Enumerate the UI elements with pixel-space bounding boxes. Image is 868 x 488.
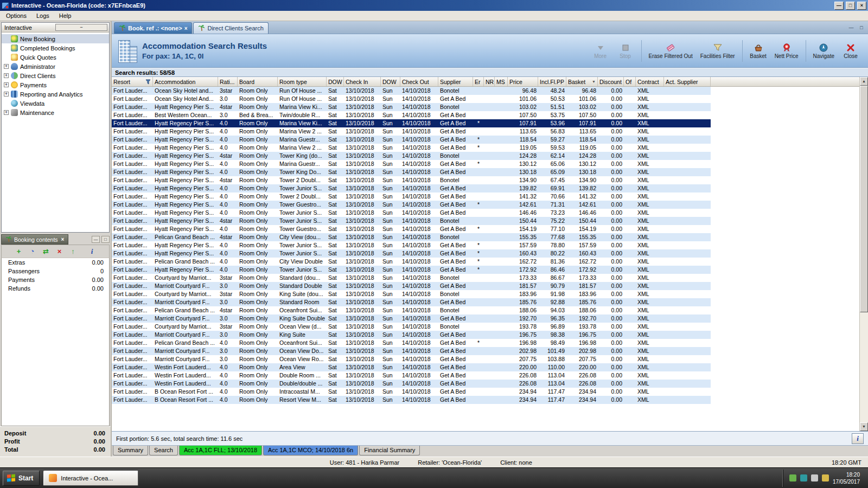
scroll-up-icon[interactable]: ▲ [860,77,868,86]
panel-collapse-icon[interactable]: − [55,24,107,31]
basket-button[interactable]: Basket [746,42,770,60]
doc-tab-book-ref-none[interactable]: Book. ref .: <none>× [114,22,192,34]
result-row[interactable]: Fort Lauder...Marriott Courtyard F...3.0… [112,331,711,339]
sidebar-item-payments[interactable]: +Payments [2,80,109,89]
panel-restore-icon[interactable]: □ [101,236,110,243]
scroll-down-icon[interactable]: ▼ [860,422,868,431]
result-row[interactable]: Fort Lauder...Hyatt Regency Pier S...4.0… [112,168,711,176]
history-icon[interactable]: ◔ [28,247,37,256]
column-header-18-contract[interactable]: Contract [636,77,664,86]
sidebar-item-maintenance[interactable]: +Maintenance [2,108,109,117]
column-header-17-of[interactable]: Of [624,77,636,86]
tray-display-icon[interactable] [811,474,818,481]
result-row[interactable]: Fort Lauder...Ocean Sky Hotel And...3.0R… [112,95,711,103]
column-header-3-board[interactable]: Board [238,77,278,86]
result-row[interactable]: Fort Lauder...Westin Fort Lauderd...4.0R… [112,363,711,371]
booking-list-item[interactable]: Refunds0.00 [2,284,109,293]
column-header-6-check-in[interactable]: Check In [344,77,381,86]
column-header-1-accommodation[interactable]: Accommodation [153,77,218,86]
result-row[interactable]: Fort Lauder...Hyatt Regency Pier S...4.0… [112,184,711,192]
result-row[interactable]: Fort Lauder...Hyatt Regency Pier S...4.0… [112,160,711,168]
close-button[interactable]: Close [839,42,863,60]
scrollbar-thumb[interactable] [860,86,868,312]
tray-audio-icon[interactable] [822,474,829,481]
maximize-button[interactable]: □ [846,2,855,10]
column-header-2-rati[interactable]: Rati... [218,77,238,86]
minimize-button[interactable]: — [834,2,844,10]
column-header-5-dow[interactable]: DOW [327,77,344,86]
expand-plus-icon[interactable]: + [4,64,9,69]
column-header-14-incl-fl-pp[interactable]: Incl.Fl.PP [538,77,566,86]
panel-minimize-icon[interactable]: — [92,236,100,243]
mdi-minimize-icon[interactable]: — [847,24,856,31]
column-header-13-price[interactable]: Price [508,77,538,86]
result-row[interactable]: Fort Lauder...Pelican Grand Beach ...4st… [112,306,711,314]
result-row[interactable]: Fort Lauder...Hyatt Regency Pier S...4.0… [112,201,711,209]
result-row[interactable]: Fort Lauder...B Ocean Resort Fort ...4.0… [112,388,711,396]
result-row[interactable]: Fort Lauder...Courtyard by Marriot...3st… [112,323,711,331]
expand-plus-icon[interactable]: + [4,73,9,78]
column-header-9-supplier[interactable]: Supplier [438,77,473,86]
transfer-icon[interactable]: ⇄ [42,247,50,256]
column-header-12-ms[interactable]: MS [495,77,508,86]
facilities-filter-button[interactable]: Facilities Filter [697,42,738,60]
close-button[interactable]: × [857,2,866,10]
result-row[interactable]: Fort Lauder...Hyatt Regency Pier S...4.0… [112,209,711,217]
result-row[interactable]: Fort Lauder...Marriott Courtyard F...3.0… [112,347,711,355]
sidebar-item-viewdata[interactable]: Viewdata [2,99,109,108]
result-row[interactable]: Fort Lauder...Hyatt Regency Pier S...4.0… [112,241,711,249]
result-row[interactable]: Fort Lauder...Hyatt Regency Pier S...4.0… [112,266,711,274]
sidebar-item-direct-clients[interactable]: +Direct Clients [2,71,109,80]
result-row[interactable]: Fort Lauder...Hyatt Regency Pier S...4st… [112,103,711,111]
result-row[interactable]: Fort Lauder...Hyatt Regency Pier S...4.0… [112,144,711,152]
info-button[interactable]: i [852,433,864,444]
result-row[interactable]: Fort Lauder...Hyatt Regency Pier S...4.0… [112,192,711,201]
booking-list-item[interactable]: Extras0.00 [2,258,109,267]
result-row[interactable]: Fort Lauder...Courtyard by Marriot...3st… [112,274,711,282]
result-row[interactable]: Fort Lauder...Marriott Courtyard F...3.0… [112,298,711,306]
column-header-7-dow[interactable]: DOW [381,77,400,86]
bottom-tab-financial-summary[interactable]: Financial Summary [359,446,420,455]
result-row[interactable]: Fort Lauder...Marriott Courtyard F...3.0… [112,314,711,323]
bottom-tab-summary[interactable]: Summary [113,446,148,455]
result-row[interactable]: Fort Lauder...Westin Fort Lauderd...4.0R… [112,380,711,388]
column-header-19-act-supplier[interactable]: Act. Supplier [664,77,711,86]
result-row[interactable]: Fort Lauder...B Ocean Resort Fort ...4.0… [112,396,711,404]
bottom-tab-acc-1a-1c-mco-14-10-2018-6n[interactable]: Acc 1A,1C MCO; 14/10/2018 6n [263,446,358,455]
column-header-16-discount[interactable]: Discount [598,77,624,86]
column-header-0-resort[interactable]: Resort [112,77,153,86]
add-item-icon[interactable]: + [15,247,23,256]
column-header-10-er[interactable]: Er [473,77,484,86]
close-tab-icon[interactable]: × [184,25,188,31]
vertical-scrollbar[interactable]: ▲ ▼ [859,77,868,431]
result-row[interactable]: Fort Lauder...Best Western Ocean...3.0Be… [112,111,711,119]
nett-price-button[interactable]: Nett Price [771,42,802,60]
result-row[interactable]: Fort Lauder...Hyatt Regency Pier S...4.0… [112,127,711,136]
bottom-tab-acc-1a-1c-fll-13-10-2018[interactable]: Acc 1A,1C FLL; 13/10/2018 [179,446,262,455]
info-icon[interactable]: i [88,247,97,256]
menu-item-options[interactable]: Options [1,11,31,20]
menu-item-help[interactable]: Help [54,11,76,20]
booking-list-item[interactable]: Passengers0 [2,267,109,275]
erase-filtered-out-button[interactable]: Erase Filtered Out [646,42,696,60]
expand-plus-icon[interactable]: + [4,110,9,115]
tray-app-icon[interactable] [789,474,796,481]
booking-contents-tab[interactable]: Booking contents × [1,234,68,245]
column-header-8-check-out[interactable]: Check Out [400,77,438,86]
column-header-11-nr[interactable]: NR [484,77,495,86]
result-row[interactable]: Fort Lauder...Hyatt Regency Pier S...4.0… [112,249,711,258]
taskbar-app-button[interactable]: Interactive - Ocea... [43,471,138,486]
tray-network-icon[interactable] [800,474,807,481]
navigate-button[interactable]: Navigate [810,42,838,60]
result-row[interactable]: Fort Lauder...Pelican Grand Beach ...4.0… [112,339,711,347]
sidebar-item-reporting-and-analytics[interactable]: +Reporting and Analytics [2,89,109,99]
result-row[interactable]: Fort Lauder...Hyatt Regency Pier S...4st… [112,176,711,184]
column-header-4-room-type[interactable]: Room type [278,77,327,86]
sidebar-item-new-booking[interactable]: New Booking [2,34,109,43]
result-row[interactable]: Fort Lauder...Pelican Grand Beach ...4.0… [112,258,711,266]
result-row[interactable]: Fort Lauder...Marriott Courtyard F...3.0… [112,282,711,290]
result-row[interactable]: Fort Lauder...Courtyard by Marriot...3st… [112,290,711,298]
move-up-icon[interactable]: ↑ [69,247,78,256]
close-panel-icon[interactable]: × [61,236,65,242]
expand-plus-icon[interactable]: + [4,92,9,97]
